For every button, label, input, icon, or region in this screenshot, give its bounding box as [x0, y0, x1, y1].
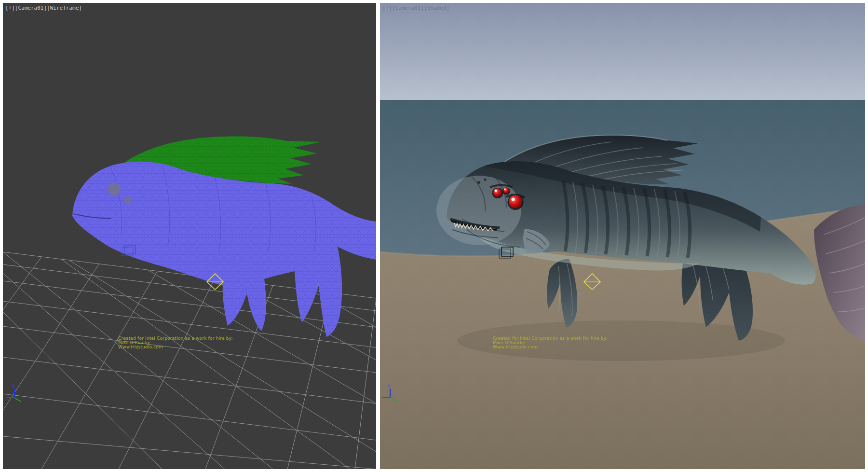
- head-spot-large: [108, 183, 121, 195]
- eye-small-left: [493, 188, 502, 197]
- head-spot-small: [124, 196, 132, 204]
- viewport-split-container: [+][Camera01][Wireframe]: [0, 0, 868, 472]
- sky: [380, 3, 865, 100]
- shaded-canvas[interactable]: Created for Intel Corporation as a work …: [380, 3, 865, 469]
- viewport-label-shaded[interactable]: [+][Camera01][Shaded]: [382, 5, 449, 11]
- shaded-viewport[interactable]: [+][Camera01][Shaded]: [380, 3, 865, 469]
- watermark: Created for Intel Corporation as a work …: [118, 336, 233, 349]
- wireframe-canvas[interactable]: Created for Intel Corporation as a work …: [3, 3, 376, 469]
- wireframe-viewport[interactable]: [+][Camera01][Wireframe]: [3, 3, 376, 469]
- viewport-label-wireframe[interactable]: [+][Camera01][Wireframe]: [5, 5, 82, 11]
- fish-body-wireframe[interactable]: [72, 162, 376, 337]
- nostril: [484, 179, 487, 181]
- watermark-line-3: Www.frlzstudio.com: [493, 345, 538, 349]
- nostril: [477, 181, 480, 184]
- watermark-line-3: Www.frlzstudio.com: [118, 345, 163, 349]
- axis-z-label: z: [388, 383, 390, 388]
- world-axis-tripod: z: [7, 383, 21, 402]
- axis-z-label: z: [12, 383, 14, 388]
- fish-wireframe-model[interactable]: [72, 136, 376, 337]
- eye-large: [509, 195, 522, 208]
